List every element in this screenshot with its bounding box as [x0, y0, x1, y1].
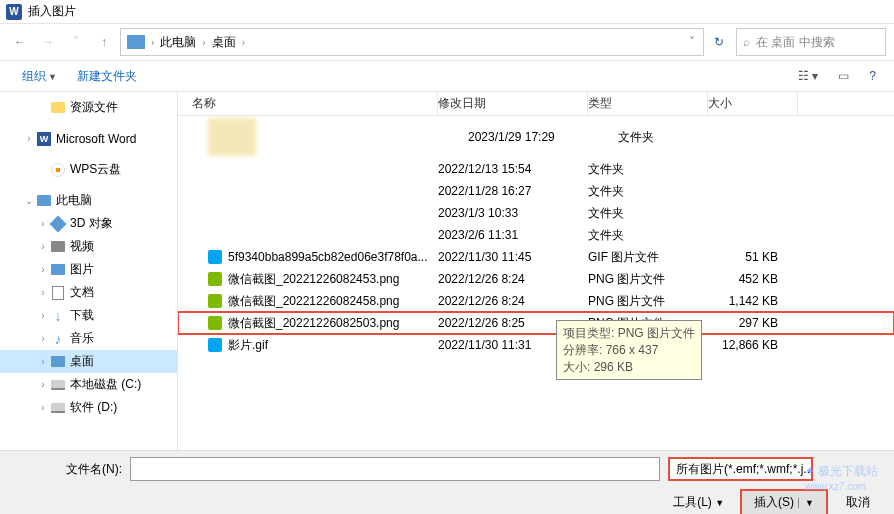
folder-row[interactable]: 2022/12/13 15:54 文件夹 [178, 158, 894, 180]
file-list[interactable]: 2023/1/29 17:29 文件夹 2022/12/13 15:54 文件夹… [178, 116, 894, 450]
new-folder-button[interactable]: 新建文件夹 [67, 64, 147, 89]
chevron-right-icon[interactable]: › [22, 133, 36, 144]
file-type: 文件夹 [588, 205, 708, 222]
file-name: 微信截图_20221226082503.png [228, 315, 399, 332]
forward-button[interactable]: → [36, 30, 60, 54]
chevron-right-icon[interactable]: › [240, 37, 247, 48]
chevron-right-icon[interactable]: › [36, 356, 50, 367]
chevron-right-icon[interactable]: › [36, 310, 50, 321]
organize-button[interactable]: 组织▼ [12, 64, 67, 89]
search-icon: ⌕ [743, 35, 750, 49]
sidebar-item-resources[interactable]: 资源文件 [0, 96, 177, 119]
png-icon [208, 316, 222, 330]
sidebar-item-3d[interactable]: › 3D 对象 [0, 212, 177, 235]
filename-label: 文件名(N): [12, 461, 122, 478]
cancel-button[interactable]: 取消 [834, 491, 882, 514]
tools-button[interactable]: 工具(L) ▼ [663, 491, 734, 514]
path-dropdown-icon[interactable]: ˅ [689, 35, 695, 49]
file-type-filter[interactable]: 所有图片(*.emf;*.wmf;*.j... ˅ [668, 457, 813, 481]
filename-input[interactable] [130, 457, 660, 481]
file-size: 12,866 KB [708, 338, 798, 352]
folder-row[interactable]: 2023/1/29 17:29 文件夹 [178, 116, 894, 158]
sidebar-item-disk-c[interactable]: › 本地磁盘 (C:) [0, 373, 177, 396]
file-type: PNG 图片文件 [588, 271, 708, 288]
path-segment-pc[interactable]: 此电脑 [156, 34, 200, 51]
column-name[interactable]: 名称 [178, 92, 438, 115]
sidebar-item-downloads[interactable]: › ↓ 下载 [0, 304, 177, 327]
file-size: 1,142 KB [708, 294, 798, 308]
file-row-highlighted[interactable]: 微信截图_20221226082503.png 2022/12/26 8:25 … [178, 312, 894, 334]
window-title: 插入图片 [28, 3, 76, 20]
path-segment-desktop[interactable]: 桌面 [208, 34, 240, 51]
file-type: PNG 图片文件 [588, 293, 708, 310]
file-tooltip: 项目类型: PNG 图片文件 分辨率: 766 x 437 大小: 296 KB [556, 320, 702, 380]
file-size: 51 KB [708, 250, 798, 264]
folder-row[interactable]: 2023/2/6 11:31 文件夹 [178, 224, 894, 246]
file-name: 微信截图_20221226082453.png [228, 271, 399, 288]
refresh-button[interactable]: ↻ [714, 35, 724, 49]
sidebar-item-label: 桌面 [70, 353, 94, 370]
file-type: 文件夹 [588, 161, 708, 178]
chevron-right-icon[interactable]: › [36, 287, 50, 298]
file-name: 微信截图_20221226082458.png [228, 293, 399, 310]
help-button[interactable]: ? [863, 67, 882, 85]
sidebar-item-documents[interactable]: › 文档 [0, 281, 177, 304]
up-button[interactable]: ↑ [92, 30, 116, 54]
location-icon [127, 35, 145, 49]
file-type: 文件夹 [588, 227, 708, 244]
sidebar-item-word[interactable]: › W Microsoft Word [0, 127, 177, 150]
chevron-right-icon[interactable]: › [36, 218, 50, 229]
gif-icon [208, 338, 222, 352]
folder-thumb [208, 118, 256, 156]
preview-pane-button[interactable]: ▭ [832, 67, 855, 85]
sidebar-item-label: 文档 [70, 284, 94, 301]
sidebar-item-label: 此电脑 [56, 192, 92, 209]
nav-bar: ← → ˅ ↑ › 此电脑 › 桌面 › ˅ ↻ ⌕ 在 桌面 中搜索 [0, 24, 894, 60]
back-button[interactable]: ← [8, 30, 32, 54]
file-row[interactable]: 微信截图_20221226082453.png 2022/12/26 8:24 … [178, 268, 894, 290]
sidebar-item-this-pc[interactable]: ⌄ 此电脑 [0, 189, 177, 212]
folder-row[interactable]: 2022/11/28 16:27 文件夹 [178, 180, 894, 202]
chevron-right-icon[interactable]: › [36, 402, 50, 413]
insert-dropdown-icon[interactable]: ▼ [798, 498, 814, 508]
column-size[interactable]: 大小 [708, 92, 798, 115]
search-placeholder: 在 桌面 中搜索 [756, 34, 835, 51]
sidebar-item-label: 下载 [70, 307, 94, 324]
folder-row[interactable]: 2023/1/3 10:33 文件夹 [178, 202, 894, 224]
file-row[interactable]: 微信截图_20221226082458.png 2022/12/26 8:24 … [178, 290, 894, 312]
chevron-down-icon[interactable]: ⌄ [22, 195, 36, 206]
download-icon: ↓ [50, 308, 66, 324]
sidebar-item-wps[interactable]: WPS云盘 [0, 158, 177, 181]
chevron-right-icon[interactable]: › [36, 241, 50, 252]
watermark: ✦ 极光下载站 www.xz7.com [805, 463, 878, 492]
file-type: 文件夹 [618, 129, 738, 146]
sidebar-item-videos[interactable]: › 视频 [0, 235, 177, 258]
png-icon [208, 272, 222, 286]
sidebar-item-disk-d[interactable]: › 软件 (D:) [0, 396, 177, 419]
tooltip-line: 大小: 296 KB [563, 359, 695, 376]
chevron-right-icon[interactable]: › [36, 379, 50, 390]
address-bar[interactable]: › 此电脑 › 桌面 › ˅ [120, 28, 704, 56]
recent-dropdown[interactable]: ˅ [64, 30, 88, 54]
insert-button[interactable]: 插入(S) ▼ [740, 489, 828, 514]
sidebar-item-pictures[interactable]: › 图片 [0, 258, 177, 281]
file-row[interactable]: 影片.gif 2022/11/30 11:31 GIF 图片文件 12,866 … [178, 334, 894, 356]
sidebar-item-label: 本地磁盘 (C:) [70, 376, 141, 393]
column-type[interactable]: 类型 [588, 92, 708, 115]
search-input[interactable]: ⌕ 在 桌面 中搜索 [736, 28, 886, 56]
sidebar-item-music[interactable]: › ♪ 音乐 [0, 327, 177, 350]
sidebar-item-label: 资源文件 [70, 99, 118, 116]
chevron-right-icon[interactable]: › [36, 333, 50, 344]
chevron-right-icon[interactable]: › [200, 37, 207, 48]
chevron-right-icon[interactable]: › [149, 37, 156, 48]
file-size: 452 KB [708, 272, 798, 286]
chevron-right-icon[interactable]: › [36, 264, 50, 275]
column-headers: 名称 修改日期 类型 大小 [178, 92, 894, 116]
column-date[interactable]: 修改日期 [438, 92, 588, 115]
sidebar-item-desktop[interactable]: › 桌面 [0, 350, 177, 373]
tooltip-line: 项目类型: PNG 图片文件 [563, 325, 695, 342]
view-mode-button[interactable]: ☷ ▾ [792, 67, 824, 85]
gif-icon [208, 250, 222, 264]
word-app-icon: W [6, 4, 22, 20]
file-row[interactable]: 5f9340bba899a5cb82ed06e3f78f0a... 2022/1… [178, 246, 894, 268]
